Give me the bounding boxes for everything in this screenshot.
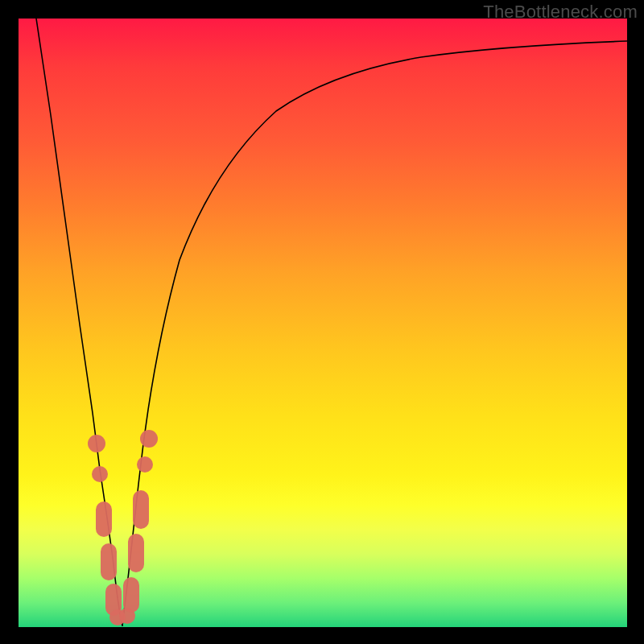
svg-point-10 [137, 456, 153, 473]
svg-rect-9 [133, 490, 149, 529]
svg-rect-7 [123, 577, 139, 613]
chart-frame: TheBottleneck.com [0, 0, 644, 644]
svg-point-0 [88, 435, 105, 452]
plot-area [19, 19, 627, 627]
svg-point-1 [92, 466, 108, 482]
svg-point-11 [140, 430, 158, 448]
svg-rect-2 [96, 502, 112, 537]
svg-rect-8 [128, 534, 144, 572]
chart-overlay [19, 19, 627, 627]
watermark-text: TheBottleneck.com [483, 2, 638, 23]
svg-rect-3 [101, 543, 117, 580]
points-right [119, 430, 158, 624]
points-left [88, 435, 126, 625]
curve-right [122, 41, 627, 625]
